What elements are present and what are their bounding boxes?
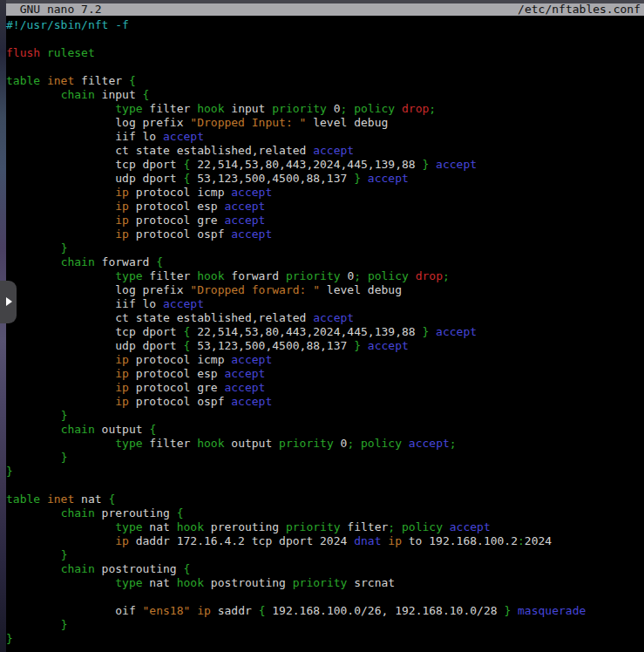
- code-line: ip protocol esp accept: [6, 367, 644, 381]
- nano-titlebar: GNU nano 7.2 /etc/nftables.conf: [6, 3, 644, 16]
- code-line: ip protocol icmp accept: [6, 353, 644, 367]
- code-line: oif "ens18" ip saddr { 192.168.100.0/26,…: [6, 604, 644, 618]
- code-line: chain output {: [6, 423, 644, 437]
- code-line: [6, 479, 644, 492]
- code-line: ip protocol gre accept: [6, 214, 644, 228]
- code-line: [6, 590, 644, 604]
- code-line: chain postrouting {: [6, 562, 644, 576]
- code-line: [6, 32, 644, 46]
- editor-area[interactable]: #!/usr/sbin/nft -fflush rulesettable ine…: [6, 16, 644, 646]
- code-line: table inet nat {: [6, 492, 644, 506]
- code-line: log prefix "Dropped forward: " level deb…: [6, 283, 644, 297]
- code-line: tcp dport { 22,514,53,80,443,2024,445,13…: [6, 158, 644, 172]
- code-line: ip protocol esp accept: [6, 200, 644, 214]
- code-line: type filter hook output priority 0; poli…: [6, 437, 644, 451]
- code-line: iif lo accept: [6, 130, 644, 144]
- code-line: ct state established,related accept: [6, 311, 644, 325]
- code-line: }: [6, 632, 644, 646]
- code-line: }: [6, 465, 644, 479]
- code-line: chain prerouting {: [6, 506, 644, 520]
- code-line: chain forward {: [6, 255, 644, 269]
- code-line: }: [6, 548, 644, 562]
- code-line: #!/usr/sbin/nft -f: [6, 18, 644, 32]
- nano-editor-screen: GNU nano 7.2 /etc/nftables.conf #!/usr/s…: [0, 0, 644, 652]
- code-line: log prefix "Dropped Input: " level debug: [6, 116, 644, 130]
- code-line: type nat hook prerouting priority filter…: [6, 520, 644, 534]
- code-line: udp dport { 53,123,500,4500,88,137 } acc…: [6, 339, 644, 353]
- code-line: }: [6, 451, 644, 465]
- code-line: ip protocol ospf accept: [6, 228, 644, 241]
- app-title: GNU nano 7.2: [6, 3, 102, 16]
- code-line: ct state established,related accept: [6, 144, 644, 158]
- code-line: ip protocol ospf accept: [6, 395, 644, 409]
- code-line: [6, 60, 644, 74]
- code-line: udp dport { 53,123,500,4500,88,137 } acc…: [6, 172, 644, 186]
- code-line: type filter hook forward priority 0; pol…: [6, 269, 644, 283]
- code-line: }: [6, 618, 644, 632]
- code-line: type nat hook postrouting priority srcna…: [6, 576, 644, 590]
- terminal-window: GNU nano 7.2 /etc/nftables.conf #!/usr/s…: [6, 0, 644, 652]
- code-line: }: [6, 409, 644, 423]
- play-arrow-icon: [6, 297, 12, 306]
- file-path: /etc/nftables.conf: [518, 3, 641, 16]
- code-line: tcp dport { 22,514,53,80,443,2024,445,13…: [6, 325, 644, 339]
- code-line: flush ruleset: [6, 46, 644, 60]
- code-line: chain input {: [6, 88, 644, 102]
- code-line: ip protocol icmp accept: [6, 186, 644, 200]
- code-line: table inet filter {: [6, 74, 644, 88]
- code-line: type filter hook input priority 0; polic…: [6, 102, 644, 116]
- sidebar-toggle-handle[interactable]: [0, 281, 17, 323]
- code-line: ip daddr 172.16.4.2 tcp dport 2024 dnat …: [6, 534, 644, 548]
- desktop-wallpaper-edge: [0, 0, 6, 652]
- code-line: ip protocol gre accept: [6, 381, 644, 395]
- code-line: }: [6, 241, 644, 255]
- code-line: iif lo accept: [6, 297, 644, 311]
